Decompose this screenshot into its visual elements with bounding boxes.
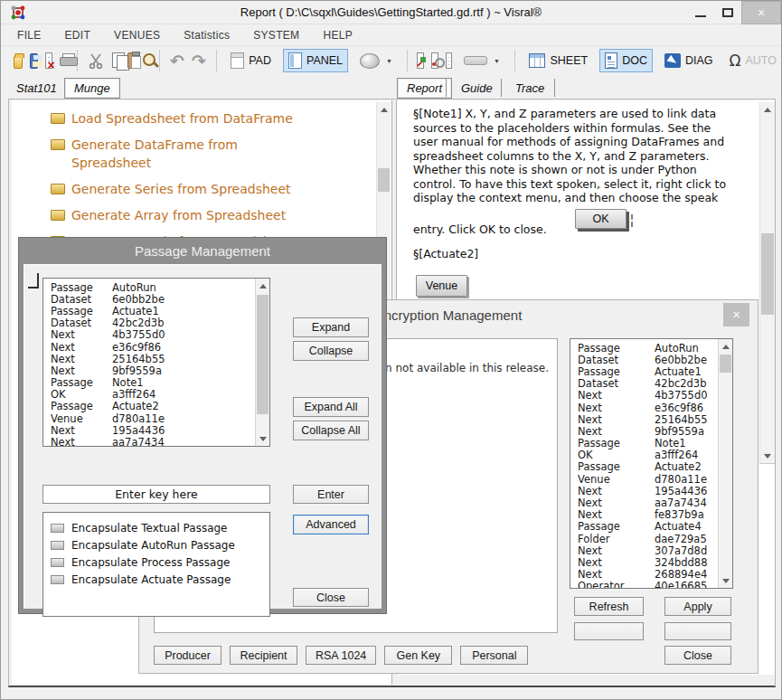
venue-button[interactable]: Venue (416, 275, 467, 297)
ok-button[interactable]: OK (575, 209, 627, 229)
list-row[interactable]: Dataset 6e0bb2be (43, 293, 254, 305)
print-icon[interactable] (60, 53, 67, 68)
list-row[interactable]: Next 268894e4 (570, 569, 717, 581)
tree-item[interactable]: Load Spreadsheet from DataFrame (51, 109, 349, 128)
refresh-button[interactable]: Refresh (574, 597, 644, 616)
list-row[interactable]: Next aa7a7434 (570, 497, 717, 508)
close-button[interactable]: × (741, 1, 781, 24)
passage-close-button[interactable]: Close (293, 588, 369, 607)
list-row[interactable]: OK a3fff264 (570, 449, 717, 461)
menu-item[interactable]: VENUES (114, 29, 160, 42)
tree-item[interactable]: Generate Array from Spreadsheet (51, 206, 349, 224)
list-row[interactable]: Passage AutoRun (43, 281, 254, 293)
key-input[interactable] (42, 485, 270, 504)
list-row[interactable]: Next 195a4436 (570, 485, 717, 497)
tab-munge[interactable]: Munge (64, 78, 120, 99)
list-row[interactable]: Next 307a7d8d (570, 544, 717, 556)
scroll-up-icon[interactable] (760, 102, 775, 117)
blank-button[interactable] (664, 622, 731, 640)
menu-item[interactable]: Statistics (184, 29, 230, 42)
expand-button[interactable]: Expand (293, 317, 369, 337)
tree-item[interactable]: Generate DataFrame from Spreadsheet (51, 136, 349, 172)
scrollbar-thumb[interactable] (257, 295, 269, 414)
key-role-button[interactable]: Producer (154, 646, 221, 665)
diag-button[interactable]: DIAG (660, 51, 718, 71)
list-row[interactable]: Passage Actuate2 (43, 401, 254, 412)
save-icon[interactable] (30, 53, 38, 69)
scroll-up-icon[interactable] (719, 339, 732, 354)
expand-all-button[interactable]: Expand All (293, 397, 369, 417)
undo-icon[interactable]: ↶ (170, 52, 184, 70)
cut-scissors-icon[interactable] (87, 52, 105, 70)
list-row[interactable]: Next 324bdd88 (570, 556, 717, 568)
maximize-button[interactable] (714, 8, 741, 17)
list-row[interactable]: Venue d780a11e (570, 473, 717, 485)
tree-item[interactable]: Generate Series from Spreadsheet (51, 180, 349, 198)
list-row[interactable]: Next 9bf9559a (570, 425, 717, 437)
list-row[interactable]: Dataset 42bc2d3b (570, 378, 717, 390)
encapsulate-item[interactable]: Encapsulate Actuate Passage (51, 571, 266, 588)
list-row[interactable]: Passage Actuate4 (570, 521, 717, 533)
encryption-close-button[interactable]: Close (664, 646, 731, 665)
list-row[interactable]: Venue d780a11e (43, 412, 254, 424)
listbox-scrollbar[interactable] (255, 279, 269, 446)
list-row[interactable]: Folder dae729a5 (570, 533, 717, 544)
advanced-button[interactable]: Advanced (293, 515, 369, 534)
list-row[interactable]: Next fe837b9a (570, 509, 717, 521)
sphere-dropdown-button[interactable]: ▼ (355, 51, 397, 71)
page-list-icon[interactable] (446, 52, 453, 69)
menu-item[interactable]: SYSTEM (253, 29, 299, 42)
scrollbar-thumb[interactable] (761, 233, 774, 315)
encapsulate-item[interactable]: Encapsulate Process Passage (51, 553, 266, 571)
listbox-scrollbar[interactable] (718, 339, 732, 588)
redo-icon[interactable]: ↷ (192, 52, 206, 70)
list-row[interactable]: Passage Note1 (570, 438, 717, 449)
paste-icon[interactable] (127, 52, 135, 69)
copy-icon[interactable] (112, 52, 119, 70)
menu-item[interactable]: HELP (323, 29, 353, 42)
list-row[interactable]: Passage Actuate1 (570, 365, 717, 377)
apply-button[interactable]: Apply (664, 597, 731, 616)
list-row[interactable]: Dataset 6e0bb2be (570, 354, 717, 365)
page-gear-icon[interactable] (431, 52, 438, 69)
panel-button[interactable]: PANEL (283, 49, 348, 72)
key-role-button[interactable]: Personal (460, 646, 528, 665)
list-row[interactable]: OK a3fff264 (43, 389, 254, 401)
list-row[interactable]: Next 4b3755d0 (43, 329, 254, 341)
list-row[interactable]: Next 195a4436 (43, 424, 254, 436)
collapse-all-button[interactable]: Collapse All (293, 421, 369, 440)
scroll-down-icon[interactable] (760, 449, 775, 463)
list-row[interactable]: Next e36c9f86 (43, 341, 254, 353)
auto-button[interactable]: Ω AUTO (724, 49, 781, 72)
key-role-button[interactable]: RSA 1024 (306, 646, 376, 665)
blank-button[interactable] (574, 622, 644, 640)
tab-stat101[interactable]: Stat101 (6, 78, 67, 99)
list-row[interactable]: Next 25164b55 (570, 413, 717, 425)
tab-report[interactable]: Report (397, 78, 452, 99)
passage-entries-listbox[interactable]: Passage AutoRun Dataset 6e0bb2be Passage… (42, 278, 270, 447)
document-scrollbar[interactable] (759, 102, 775, 464)
menu-item[interactable]: EDIT (65, 29, 91, 42)
page-marks-icon[interactable] (417, 52, 424, 69)
list-row[interactable]: Next 9bf9559a (43, 364, 254, 376)
tab-guide[interactable]: Guide (451, 78, 503, 99)
flat-dropdown-button[interactable]: ▼ (459, 53, 504, 68)
list-row[interactable]: Passage Actuate2 (570, 461, 717, 473)
scroll-up-icon[interactable] (377, 102, 391, 117)
delete-document-icon[interactable] (45, 52, 52, 69)
list-row[interactable]: Next aa7a7434 (43, 436, 254, 447)
menu-item[interactable]: FILE (17, 29, 42, 42)
collapse-button[interactable]: Collapse (293, 341, 369, 361)
key-role-button[interactable]: Gen Key (384, 646, 452, 665)
tab-trace[interactable]: Trace (505, 78, 554, 99)
enter-button[interactable]: Enter (293, 485, 369, 504)
dialog-close-button[interactable]: × (723, 303, 749, 326)
doc-button[interactable]: DOC (599, 49, 653, 72)
search-icon[interactable] (142, 52, 149, 69)
encapsulate-item[interactable]: Encapsulate Textual Passage (51, 519, 266, 536)
list-row[interactable]: Dataset 42bc2d3b (43, 317, 254, 329)
list-row[interactable]: Passage Actuate1 (43, 305, 254, 317)
list-row[interactable]: Next 25164b55 (43, 353, 254, 364)
scroll-down-icon[interactable] (256, 431, 269, 446)
open-folder-icon[interactable] (14, 56, 23, 69)
